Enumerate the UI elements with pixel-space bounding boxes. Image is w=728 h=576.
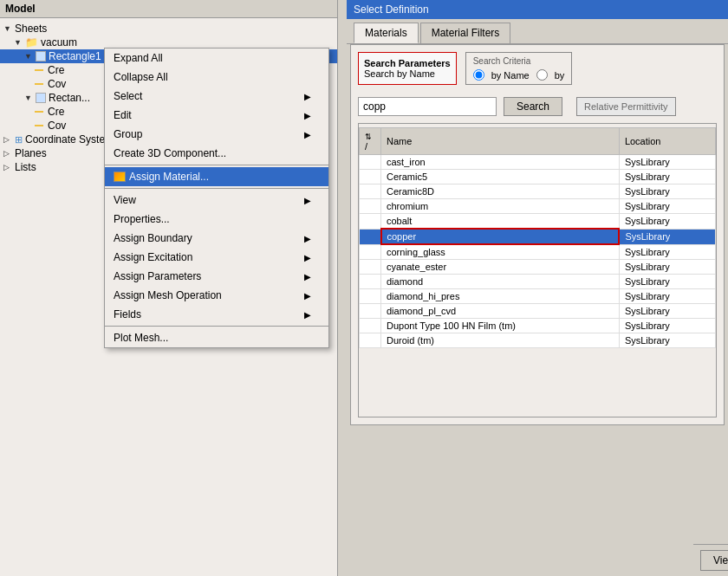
vacuum-label: vacuum bbox=[41, 36, 77, 49]
row-sort-cell bbox=[360, 260, 381, 275]
row-name-cell: Duroid (tm) bbox=[381, 333, 620, 348]
expand-icon: ▼ bbox=[3, 24, 12, 33]
row-sort-cell bbox=[360, 244, 381, 260]
table-container: ⇅ / Name Location cast_ironSysLibraryCer… bbox=[358, 123, 717, 417]
menu-select[interactable]: Select ▶ bbox=[105, 87, 328, 106]
search-top-row: Search Parameters Search by Name Search … bbox=[358, 52, 717, 92]
row-name-cell: Dupont Type 100 HN Film (tm) bbox=[381, 319, 620, 333]
menu-assign-material[interactable]: Assign Material... bbox=[105, 167, 328, 186]
cov1-icon bbox=[35, 83, 43, 85]
menu-assign-excitation[interactable]: Assign Excitation ▶ bbox=[105, 248, 328, 267]
row-location-cell: SysLibrary bbox=[619, 155, 715, 170]
menu-properties[interactable]: Properties... bbox=[105, 210, 328, 229]
row-sort-cell bbox=[360, 333, 381, 348]
assign-parameters-label: Assign Parameters bbox=[114, 270, 201, 282]
excitation-arrow: ▶ bbox=[304, 253, 311, 262]
col-name[interactable]: Name bbox=[381, 128, 620, 155]
row-sort-cell bbox=[360, 304, 381, 319]
table-row[interactable]: diamondSysLibrary bbox=[360, 275, 716, 289]
menu-plot-mesh[interactable]: Plot Mesh... bbox=[105, 328, 328, 347]
cre1-label: Cre bbox=[48, 64, 64, 76]
table-row[interactable]: Ceramic8DSysLibrary bbox=[360, 184, 716, 199]
row-name-cell: cast_iron bbox=[381, 155, 620, 170]
col-location[interactable]: Location bbox=[619, 128, 715, 155]
table-row[interactable]: cobaltSysLibrary bbox=[360, 214, 716, 230]
search-criteria-box: Search Criteria by Name by bbox=[465, 52, 573, 85]
menu-assign-parameters[interactable]: Assign Parameters ▶ bbox=[105, 267, 328, 286]
table-row[interactable]: diamond_pl_cvdSysLibrary bbox=[360, 304, 716, 319]
row-location-cell: SysLibrary bbox=[619, 319, 715, 333]
search-input[interactable] bbox=[358, 97, 497, 116]
tab-materials[interactable]: Materials bbox=[354, 23, 419, 43]
plot-mesh-label: Plot Mesh... bbox=[114, 332, 168, 344]
criteria-title: Search Criteria bbox=[473, 56, 565, 66]
row-sort-cell bbox=[360, 275, 381, 289]
lists-label: Lists bbox=[15, 161, 36, 173]
table-row[interactable]: Dupont Type 100 HN Film (tm)SysLibrary bbox=[360, 319, 716, 333]
radio-row: by Name by bbox=[473, 69, 565, 81]
row-sort-cell bbox=[360, 214, 381, 230]
menu-fields[interactable]: Fields ▶ bbox=[105, 305, 328, 324]
row-location-cell: SysLibrary bbox=[619, 260, 715, 275]
cov1-label: Cov bbox=[48, 78, 66, 90]
table-row[interactable]: Ceramic5SysLibrary bbox=[360, 170, 716, 184]
tree-sheets[interactable]: ▼ Sheets bbox=[0, 22, 337, 36]
tree-header: Model bbox=[0, 0, 337, 18]
tab-material-filters[interactable]: Material Filters bbox=[420, 23, 511, 43]
folder-icon-vacuum: 📁 bbox=[25, 36, 38, 49]
radio-by-name[interactable] bbox=[473, 69, 484, 81]
table-row[interactable]: cast_ironSysLibrary bbox=[360, 155, 716, 170]
search-params-box: Search Parameters Search by Name bbox=[358, 52, 457, 85]
row-sort-cell bbox=[360, 184, 381, 199]
radio-by[interactable] bbox=[536, 69, 548, 81]
dialog-body: Search Parameters Search by Name Search … bbox=[350, 44, 725, 425]
row-name-cell: cobalt bbox=[381, 214, 620, 230]
table-row[interactable]: copperSysLibrary bbox=[360, 229, 716, 244]
menu-assign-mesh[interactable]: Assign Mesh Operation ▶ bbox=[105, 286, 328, 305]
cre2-label: Cre bbox=[48, 106, 64, 118]
table-row[interactable]: cyanate_esterSysLibrary bbox=[360, 260, 716, 275]
row-name-cell: Ceramic8D bbox=[381, 184, 620, 199]
menu-create-3d[interactable]: Create 3D Component... bbox=[105, 144, 328, 163]
materials-table: ⇅ / Name Location cast_ironSysLibraryCer… bbox=[359, 127, 716, 348]
table-row[interactable]: corning_glassSysLibrary bbox=[360, 244, 716, 260]
separator-1 bbox=[105, 165, 328, 165]
sheets-label: Sheets bbox=[15, 23, 47, 35]
row-sort-cell bbox=[360, 229, 381, 244]
row-location-cell: SysLibrary bbox=[619, 333, 715, 348]
menu-group[interactable]: Group ▶ bbox=[105, 125, 328, 144]
search-button[interactable]: Search bbox=[504, 97, 562, 116]
dialog-title: Select Definition bbox=[347, 0, 728, 19]
view-edit-button[interactable]: View/Edit Materials... bbox=[700, 550, 728, 571]
material-icon bbox=[114, 172, 126, 182]
row-location-cell: SysLibrary bbox=[619, 304, 715, 319]
table-row[interactable]: Duroid (tm)SysLibrary bbox=[360, 333, 716, 348]
row-sort-cell bbox=[360, 170, 381, 184]
bottom-bar: View/Edit Materials... Add Material... t… bbox=[693, 544, 728, 576]
assign-mesh-label: Assign Mesh Operation bbox=[114, 289, 222, 301]
col-sort[interactable]: ⇅ / bbox=[360, 128, 381, 155]
menu-edit[interactable]: Edit ▶ bbox=[105, 106, 328, 125]
row-location-cell: SysLibrary bbox=[619, 214, 715, 230]
assign-excitation-label: Assign Excitation bbox=[114, 251, 192, 263]
expand-icon-rect1: ▼ bbox=[24, 52, 33, 61]
coord-icon: ⊞ bbox=[15, 134, 23, 146]
planes-label: Planes bbox=[15, 147, 47, 159]
menu-assign-boundary[interactable]: Assign Boundary ▶ bbox=[105, 229, 328, 248]
view-label: View bbox=[114, 194, 136, 206]
row-name-cell: corning_glass bbox=[381, 244, 620, 260]
table-row[interactable]: chromiumSysLibrary bbox=[360, 199, 716, 214]
row-location-cell: SysLibrary bbox=[619, 170, 715, 184]
menu-expand-all[interactable]: Expand All bbox=[105, 49, 328, 68]
tab-bar: Materials Material Filters bbox=[347, 19, 728, 44]
search-params-title: Search Parameters bbox=[364, 58, 451, 68]
row-sort-cell bbox=[360, 289, 381, 304]
menu-view[interactable]: View ▶ bbox=[105, 191, 328, 210]
by-name-label: by Name bbox=[491, 70, 530, 81]
row-sort-cell bbox=[360, 155, 381, 170]
menu-collapse-all[interactable]: Collapse All bbox=[105, 68, 328, 87]
boundary-arrow: ▶ bbox=[304, 234, 311, 243]
row-name-cell: cyanate_ester bbox=[381, 260, 620, 275]
col-slash: / bbox=[365, 141, 367, 152]
table-row[interactable]: diamond_hi_presSysLibrary bbox=[360, 289, 716, 304]
